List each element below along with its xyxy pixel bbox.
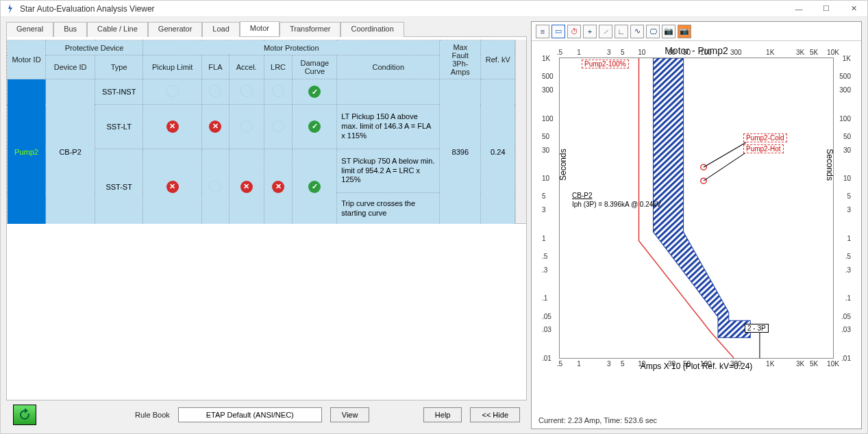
fail-icon: ✕ bbox=[209, 120, 221, 133]
cell-lrc bbox=[264, 79, 293, 105]
cell-type: SST-LT bbox=[95, 105, 143, 149]
camera-color-icon[interactable]: 📷 bbox=[678, 25, 691, 38]
cell-condition: Trip curve crosses the starting curve bbox=[337, 193, 440, 225]
table-row[interactable]: Pump2 CB-P2 SST-INST ✓ 8396 0.24 bbox=[8, 79, 515, 105]
tab-bus[interactable]: Bus bbox=[53, 22, 87, 37]
col-condition[interactable]: Condition bbox=[337, 55, 440, 79]
cell-type: SST-ST bbox=[95, 149, 143, 225]
col-protective-device[interactable]: Protective Device bbox=[46, 40, 143, 55]
col-ref-kv[interactable]: Ref. kV bbox=[481, 40, 515, 79]
refresh-button[interactable] bbox=[13, 405, 36, 425]
wrench-icon[interactable]: ⟋ bbox=[599, 25, 612, 38]
label-cbp2: CB-P2 bbox=[572, 192, 592, 199]
window-title: Star Auto-Evaluation Analysis Viewer bbox=[20, 4, 785, 14]
timer-icon[interactable]: ⏱ bbox=[567, 25, 581, 38]
col-fla[interactable]: FLA bbox=[202, 55, 229, 79]
cell-accel bbox=[229, 79, 264, 105]
rect-icon[interactable]: ▭ bbox=[551, 25, 565, 38]
plot-svg bbox=[560, 58, 833, 358]
chart-toolbar: ≡ ▭ ⏱ + ⟋ ∟ ∿ 🖵 📷 📷 bbox=[532, 22, 861, 41]
cell-pickup: ✕ bbox=[143, 149, 202, 225]
cell-motor-id[interactable]: Pump2 bbox=[8, 79, 46, 225]
tcc-plot[interactable]: Seconds Seconds bbox=[559, 58, 834, 359]
minimize-button[interactable]: — bbox=[785, 1, 813, 17]
col-type[interactable]: Type bbox=[95, 55, 143, 79]
empty-panel bbox=[6, 224, 527, 400]
check-icon: ✓ bbox=[308, 86, 321, 98]
rule-book-dropdown[interactable]: ETAP Default (ANSI/NEC) bbox=[178, 407, 322, 422]
cell-accel: ✕ bbox=[229, 149, 264, 225]
app-icon bbox=[5, 3, 16, 14]
help-button[interactable]: Help bbox=[423, 407, 462, 422]
cell-damage: ✓ bbox=[293, 105, 337, 149]
titlebar: Star Auto-Evaluation Analysis Viewer — ☐… bbox=[1, 1, 867, 17]
check-icon: ✓ bbox=[308, 120, 321, 133]
x-axis-label: Amps X 10 (Plot Ref. kV=0.24) bbox=[538, 359, 854, 372]
cell-damage: ✓ bbox=[293, 79, 337, 105]
motor-tab-panel: Motor ID Protective Device Motor Protect… bbox=[6, 36, 527, 224]
cell-lrc: ✕ bbox=[264, 149, 293, 225]
evaluation-table: Motor ID Protective Device Motor Protect… bbox=[7, 40, 515, 225]
cell-fla bbox=[202, 79, 229, 105]
empty-icon bbox=[209, 180, 221, 192]
cell-type: SST-INST bbox=[95, 79, 143, 105]
col-motor-id[interactable]: Motor ID bbox=[8, 40, 46, 79]
fail-icon: ✕ bbox=[272, 181, 284, 193]
empty-icon bbox=[240, 120, 253, 132]
angle-icon[interactable]: ∟ bbox=[615, 25, 628, 38]
empty-icon bbox=[240, 85, 253, 97]
col-pickup-limit[interactable]: Pickup Limit bbox=[143, 55, 202, 79]
fail-icon: ✕ bbox=[240, 181, 253, 193]
cell-max-fault: 8396 bbox=[440, 79, 481, 225]
options-icon[interactable]: ≡ bbox=[536, 25, 549, 38]
view-button[interactable]: View bbox=[330, 407, 370, 422]
tag-pump2-100: Pump2-100% bbox=[582, 60, 629, 68]
tag-pump2-hot: Pump2-Hot bbox=[743, 144, 784, 153]
col-lrc[interactable]: LRC bbox=[264, 55, 293, 79]
refresh-icon bbox=[18, 408, 32, 422]
tab-cable-line[interactable]: Cable / Line bbox=[87, 22, 148, 37]
crosshair-icon[interactable]: + bbox=[583, 25, 597, 38]
curve-icon[interactable]: ∿ bbox=[630, 25, 644, 38]
rule-book-label: Rule Book bbox=[135, 411, 170, 419]
cell-pickup bbox=[143, 79, 202, 105]
label-iph: Iph (3P) = 8.396kA @ 0.24kV bbox=[572, 201, 661, 208]
col-max-fault[interactable]: Max Fault 3Ph-Amps bbox=[440, 40, 481, 79]
col-device-id[interactable]: Device ID bbox=[46, 55, 95, 79]
cell-fla: ✕ bbox=[202, 105, 229, 149]
maximize-button[interactable]: ☐ bbox=[813, 1, 840, 17]
tab-transformer[interactable]: Transformer bbox=[280, 22, 341, 37]
cell-lrc bbox=[264, 105, 293, 149]
y-axis-label-left: Seconds bbox=[558, 149, 568, 181]
tab-generator[interactable]: Generator bbox=[148, 22, 203, 37]
tab-motor[interactable]: Motor bbox=[240, 21, 280, 36]
hide-button[interactable]: << Hide bbox=[470, 407, 520, 422]
camera-icon[interactable]: 📷 bbox=[662, 25, 675, 38]
cell-condition: LT Pickup 150 A above max. limit of 146.… bbox=[337, 105, 440, 149]
close-button[interactable]: ✕ bbox=[840, 1, 867, 17]
fail-icon: ✕ bbox=[166, 120, 179, 133]
col-damage[interactable]: Damage Curve bbox=[293, 55, 337, 79]
empty-icon bbox=[272, 120, 284, 132]
cell-condition bbox=[337, 79, 440, 105]
chart-title: Motor - Pump2 bbox=[538, 44, 854, 58]
empty-icon bbox=[166, 85, 179, 97]
chart-status: Current: 2.23 Amp, Time: 523.6 sec bbox=[532, 413, 861, 429]
col-motor-protection[interactable]: Motor Protection bbox=[143, 40, 440, 55]
table-scrollbar[interactable] bbox=[515, 40, 526, 223]
tag-pump2-cold: Pump2-Cold bbox=[743, 133, 787, 142]
monitor-icon[interactable]: 🖵 bbox=[646, 25, 660, 38]
cell-fla bbox=[202, 149, 229, 225]
cell-condition: ST Pickup 750 A below min. limit of 954.… bbox=[337, 149, 440, 192]
tag-3p: 2 - 3P bbox=[745, 324, 769, 333]
footer-bar: Rule Book ETAP Default (ANSI/NEC) View H… bbox=[6, 400, 527, 429]
cell-ref-kv: 0.24 bbox=[481, 79, 515, 225]
cell-damage: ✓ bbox=[293, 149, 337, 225]
cell-pickup: ✕ bbox=[143, 105, 202, 149]
tab-general[interactable]: General bbox=[6, 22, 53, 37]
tab-load[interactable]: Load bbox=[202, 22, 239, 37]
cell-device-id: CB-P2 bbox=[46, 79, 95, 225]
col-accel[interactable]: Accel. bbox=[229, 55, 264, 79]
app-window: Star Auto-Evaluation Analysis Viewer — ☐… bbox=[0, 0, 868, 434]
tab-coordination[interactable]: Coordination bbox=[340, 22, 404, 37]
